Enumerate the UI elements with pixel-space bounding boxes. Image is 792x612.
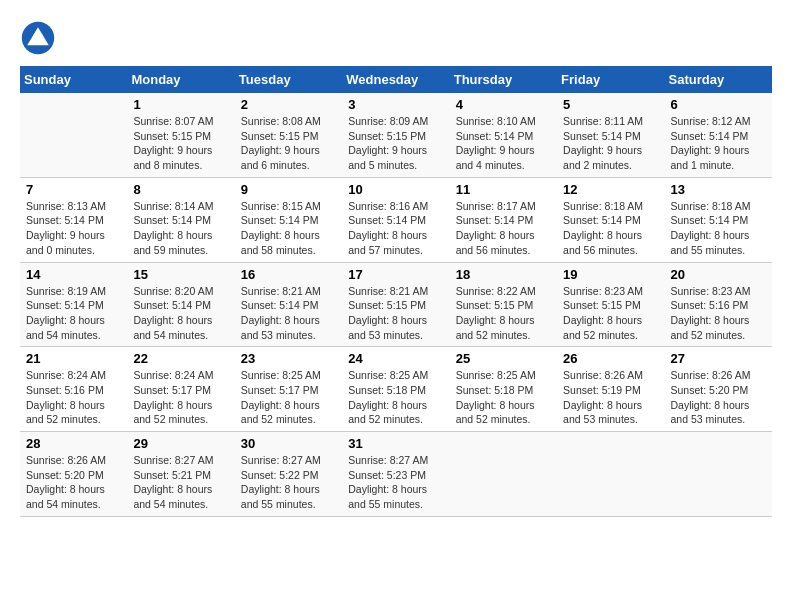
day-number: 31 xyxy=(348,436,443,451)
day-number: 27 xyxy=(671,351,766,366)
day-info: Sunrise: 8:15 AM Sunset: 5:14 PM Dayligh… xyxy=(241,199,336,258)
day-number: 24 xyxy=(348,351,443,366)
calendar-cell: 14Sunrise: 8:19 AM Sunset: 5:14 PM Dayli… xyxy=(20,262,127,347)
day-info: Sunrise: 8:26 AM Sunset: 5:20 PM Dayligh… xyxy=(671,368,766,427)
day-number: 20 xyxy=(671,267,766,282)
calendar-cell xyxy=(20,93,127,177)
day-number: 4 xyxy=(456,97,551,112)
calendar-cell: 1Sunrise: 8:07 AM Sunset: 5:15 PM Daylig… xyxy=(127,93,234,177)
calendar-cell xyxy=(557,432,664,517)
calendar-cell: 16Sunrise: 8:21 AM Sunset: 5:14 PM Dayli… xyxy=(235,262,342,347)
calendar-cell: 8Sunrise: 8:14 AM Sunset: 5:14 PM Daylig… xyxy=(127,177,234,262)
calendar-cell: 20Sunrise: 8:23 AM Sunset: 5:16 PM Dayli… xyxy=(665,262,772,347)
day-number: 22 xyxy=(133,351,228,366)
calendar-cell: 17Sunrise: 8:21 AM Sunset: 5:15 PM Dayli… xyxy=(342,262,449,347)
weekday-header-thursday: Thursday xyxy=(450,66,557,93)
day-info: Sunrise: 8:24 AM Sunset: 5:17 PM Dayligh… xyxy=(133,368,228,427)
day-number: 30 xyxy=(241,436,336,451)
weekday-header-friday: Friday xyxy=(557,66,664,93)
day-info: Sunrise: 8:27 AM Sunset: 5:21 PM Dayligh… xyxy=(133,453,228,512)
day-number: 23 xyxy=(241,351,336,366)
day-info: Sunrise: 8:25 AM Sunset: 5:18 PM Dayligh… xyxy=(456,368,551,427)
day-info: Sunrise: 8:13 AM Sunset: 5:14 PM Dayligh… xyxy=(26,199,121,258)
day-number: 9 xyxy=(241,182,336,197)
day-number: 18 xyxy=(456,267,551,282)
day-number: 19 xyxy=(563,267,658,282)
day-info: Sunrise: 8:08 AM Sunset: 5:15 PM Dayligh… xyxy=(241,114,336,173)
day-info: Sunrise: 8:26 AM Sunset: 5:19 PM Dayligh… xyxy=(563,368,658,427)
day-info: Sunrise: 8:19 AM Sunset: 5:14 PM Dayligh… xyxy=(26,284,121,343)
calendar-cell: 12Sunrise: 8:18 AM Sunset: 5:14 PM Dayli… xyxy=(557,177,664,262)
day-number: 15 xyxy=(133,267,228,282)
calendar-cell: 24Sunrise: 8:25 AM Sunset: 5:18 PM Dayli… xyxy=(342,347,449,432)
calendar-cell xyxy=(665,432,772,517)
day-number: 29 xyxy=(133,436,228,451)
weekday-header-sunday: Sunday xyxy=(20,66,127,93)
day-number: 17 xyxy=(348,267,443,282)
calendar-cell: 25Sunrise: 8:25 AM Sunset: 5:18 PM Dayli… xyxy=(450,347,557,432)
day-number: 8 xyxy=(133,182,228,197)
calendar-cell: 11Sunrise: 8:17 AM Sunset: 5:14 PM Dayli… xyxy=(450,177,557,262)
calendar-cell: 27Sunrise: 8:26 AM Sunset: 5:20 PM Dayli… xyxy=(665,347,772,432)
calendar-week-row: 28Sunrise: 8:26 AM Sunset: 5:20 PM Dayli… xyxy=(20,432,772,517)
day-number: 10 xyxy=(348,182,443,197)
day-info: Sunrise: 8:09 AM Sunset: 5:15 PM Dayligh… xyxy=(348,114,443,173)
weekday-header-tuesday: Tuesday xyxy=(235,66,342,93)
day-info: Sunrise: 8:10 AM Sunset: 5:14 PM Dayligh… xyxy=(456,114,551,173)
calendar-cell: 4Sunrise: 8:10 AM Sunset: 5:14 PM Daylig… xyxy=(450,93,557,177)
day-info: Sunrise: 8:14 AM Sunset: 5:14 PM Dayligh… xyxy=(133,199,228,258)
calendar-cell: 19Sunrise: 8:23 AM Sunset: 5:15 PM Dayli… xyxy=(557,262,664,347)
svg-point-2 xyxy=(33,33,44,44)
day-number: 3 xyxy=(348,97,443,112)
day-number: 28 xyxy=(26,436,121,451)
calendar-cell: 9Sunrise: 8:15 AM Sunset: 5:14 PM Daylig… xyxy=(235,177,342,262)
day-number: 2 xyxy=(241,97,336,112)
day-info: Sunrise: 8:16 AM Sunset: 5:14 PM Dayligh… xyxy=(348,199,443,258)
day-number: 21 xyxy=(26,351,121,366)
day-number: 14 xyxy=(26,267,121,282)
day-info: Sunrise: 8:23 AM Sunset: 5:15 PM Dayligh… xyxy=(563,284,658,343)
calendar-cell: 7Sunrise: 8:13 AM Sunset: 5:14 PM Daylig… xyxy=(20,177,127,262)
day-info: Sunrise: 8:12 AM Sunset: 5:14 PM Dayligh… xyxy=(671,114,766,173)
day-info: Sunrise: 8:18 AM Sunset: 5:14 PM Dayligh… xyxy=(563,199,658,258)
calendar-week-row: 7Sunrise: 8:13 AM Sunset: 5:14 PM Daylig… xyxy=(20,177,772,262)
day-number: 6 xyxy=(671,97,766,112)
day-info: Sunrise: 8:26 AM Sunset: 5:20 PM Dayligh… xyxy=(26,453,121,512)
calendar-cell: 2Sunrise: 8:08 AM Sunset: 5:15 PM Daylig… xyxy=(235,93,342,177)
calendar-cell: 13Sunrise: 8:18 AM Sunset: 5:14 PM Dayli… xyxy=(665,177,772,262)
calendar-cell: 5Sunrise: 8:11 AM Sunset: 5:14 PM Daylig… xyxy=(557,93,664,177)
calendar-cell xyxy=(450,432,557,517)
calendar-week-row: 1Sunrise: 8:07 AM Sunset: 5:15 PM Daylig… xyxy=(20,93,772,177)
day-info: Sunrise: 8:21 AM Sunset: 5:14 PM Dayligh… xyxy=(241,284,336,343)
day-number: 26 xyxy=(563,351,658,366)
day-info: Sunrise: 8:07 AM Sunset: 5:15 PM Dayligh… xyxy=(133,114,228,173)
day-info: Sunrise: 8:22 AM Sunset: 5:15 PM Dayligh… xyxy=(456,284,551,343)
calendar-week-row: 14Sunrise: 8:19 AM Sunset: 5:14 PM Dayli… xyxy=(20,262,772,347)
day-info: Sunrise: 8:11 AM Sunset: 5:14 PM Dayligh… xyxy=(563,114,658,173)
calendar-cell: 3Sunrise: 8:09 AM Sunset: 5:15 PM Daylig… xyxy=(342,93,449,177)
calendar-cell: 29Sunrise: 8:27 AM Sunset: 5:21 PM Dayli… xyxy=(127,432,234,517)
day-number: 12 xyxy=(563,182,658,197)
calendar-cell: 15Sunrise: 8:20 AM Sunset: 5:14 PM Dayli… xyxy=(127,262,234,347)
day-number: 16 xyxy=(241,267,336,282)
calendar-cell: 26Sunrise: 8:26 AM Sunset: 5:19 PM Dayli… xyxy=(557,347,664,432)
calendar-table: SundayMondayTuesdayWednesdayThursdayFrid… xyxy=(20,66,772,517)
calendar-cell: 31Sunrise: 8:27 AM Sunset: 5:23 PM Dayli… xyxy=(342,432,449,517)
calendar-cell: 21Sunrise: 8:24 AM Sunset: 5:16 PM Dayli… xyxy=(20,347,127,432)
day-info: Sunrise: 8:27 AM Sunset: 5:23 PM Dayligh… xyxy=(348,453,443,512)
day-number: 7 xyxy=(26,182,121,197)
day-info: Sunrise: 8:21 AM Sunset: 5:15 PM Dayligh… xyxy=(348,284,443,343)
calendar-week-row: 21Sunrise: 8:24 AM Sunset: 5:16 PM Dayli… xyxy=(20,347,772,432)
calendar-cell: 18Sunrise: 8:22 AM Sunset: 5:15 PM Dayli… xyxy=(450,262,557,347)
calendar-cell: 22Sunrise: 8:24 AM Sunset: 5:17 PM Dayli… xyxy=(127,347,234,432)
logo xyxy=(20,20,60,56)
calendar-cell: 6Sunrise: 8:12 AM Sunset: 5:14 PM Daylig… xyxy=(665,93,772,177)
day-number: 1 xyxy=(133,97,228,112)
day-number: 5 xyxy=(563,97,658,112)
day-info: Sunrise: 8:27 AM Sunset: 5:22 PM Dayligh… xyxy=(241,453,336,512)
weekday-header-saturday: Saturday xyxy=(665,66,772,93)
day-info: Sunrise: 8:20 AM Sunset: 5:14 PM Dayligh… xyxy=(133,284,228,343)
day-info: Sunrise: 8:25 AM Sunset: 5:17 PM Dayligh… xyxy=(241,368,336,427)
weekday-header-monday: Monday xyxy=(127,66,234,93)
logo-icon xyxy=(20,20,56,56)
